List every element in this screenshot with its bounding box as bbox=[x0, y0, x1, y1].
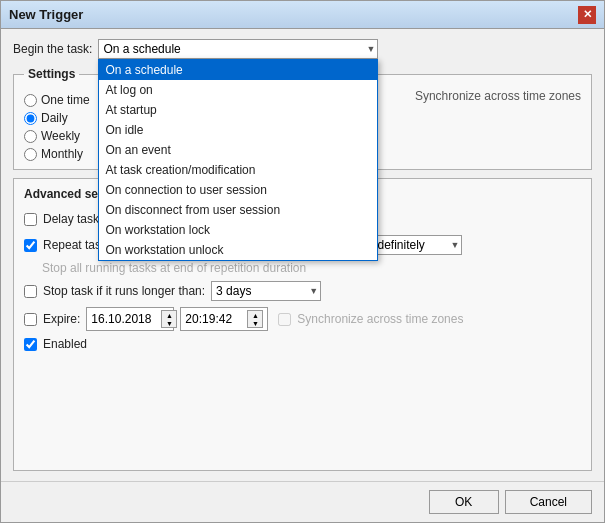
close-button[interactable]: ✕ bbox=[578, 6, 596, 24]
daily-row: Daily bbox=[24, 111, 90, 125]
dropdown-option-workstation-unlock[interactable]: On workstation unlock bbox=[99, 240, 377, 260]
one-time-label: One time bbox=[41, 93, 90, 107]
settings-legend: Settings bbox=[24, 67, 79, 81]
one-time-radio[interactable] bbox=[24, 94, 37, 107]
daily-label: Daily bbox=[41, 111, 68, 125]
sync-expire-label: Synchronize across time zones bbox=[297, 312, 463, 326]
weekly-radio[interactable] bbox=[24, 130, 37, 143]
stop-longer-select-wrapper: 3 days ▼ bbox=[211, 281, 321, 301]
dropdown-option-disconnect[interactable]: On disconnect from user session bbox=[99, 200, 377, 220]
expire-time-wrapper: ▲ ▼ bbox=[180, 307, 268, 331]
date-spin-up[interactable]: ▲ bbox=[162, 311, 176, 319]
dropdown-option-connection[interactable]: On connection to user session bbox=[99, 180, 377, 200]
time-spin: ▲ ▼ bbox=[247, 310, 263, 328]
cancel-button[interactable]: Cancel bbox=[505, 490, 592, 514]
weekly-row: Weekly bbox=[24, 129, 90, 143]
stop-running-label: Stop all running tasks at end of repetit… bbox=[42, 261, 581, 275]
repeat-task-checkbox[interactable] bbox=[24, 239, 37, 252]
expire-date-input[interactable] bbox=[91, 312, 159, 326]
stop-longer-row: Stop task if it runs longer than: 3 days… bbox=[24, 281, 581, 301]
expire-row: Expire: ▲ ▼ ▲ ▼ Sync bbox=[24, 307, 581, 331]
begin-task-dropdown-wrapper: On a schedule ▼ On a schedule At log on … bbox=[98, 39, 378, 59]
begin-task-dropdown-menu: On a schedule At log on At startup On id… bbox=[98, 59, 378, 261]
stop-longer-checkbox[interactable] bbox=[24, 285, 37, 298]
daily-radio[interactable] bbox=[24, 112, 37, 125]
sync-expire-row: Synchronize across time zones bbox=[278, 312, 463, 326]
schedule-radio-group: One time Daily Weekly Monthly bbox=[24, 93, 90, 161]
dropdown-option-idle[interactable]: On idle bbox=[99, 120, 377, 140]
begin-task-label: Begin the task: bbox=[13, 42, 92, 56]
date-spin-down[interactable]: ▼ bbox=[162, 319, 176, 327]
time-spin-down[interactable]: ▼ bbox=[248, 319, 262, 327]
weekly-label: Weekly bbox=[41, 129, 80, 143]
begin-task-select[interactable]: On a schedule bbox=[98, 39, 378, 59]
expire-checkbox[interactable] bbox=[24, 313, 37, 326]
begin-task-row: Begin the task: On a schedule ▼ On a sch… bbox=[13, 39, 592, 59]
stop-longer-select[interactable]: 3 days bbox=[211, 281, 321, 301]
dialog-window: New Trigger ✕ Begin the task: On a sched… bbox=[0, 0, 605, 523]
monthly-radio[interactable] bbox=[24, 148, 37, 161]
window-title: New Trigger bbox=[9, 7, 83, 22]
dropdown-option-logon[interactable]: At log on bbox=[99, 80, 377, 100]
stop-longer-label: Stop task if it runs longer than: bbox=[43, 284, 205, 298]
delay-task-checkbox[interactable] bbox=[24, 213, 37, 226]
monthly-row: Monthly bbox=[24, 147, 90, 161]
enabled-row: Enabled bbox=[24, 337, 581, 351]
expire-label: Expire: bbox=[43, 312, 80, 326]
dropdown-option-workstation-lock[interactable]: On workstation lock bbox=[99, 220, 377, 240]
expire-time-input[interactable] bbox=[185, 312, 245, 326]
monthly-label: Monthly bbox=[41, 147, 83, 161]
dropdown-option-schedule[interactable]: On a schedule bbox=[99, 60, 377, 80]
enabled-label: Enabled bbox=[43, 337, 87, 351]
titlebar: New Trigger ✕ bbox=[1, 1, 604, 29]
dropdown-option-task-creation[interactable]: At task creation/modification bbox=[99, 160, 377, 180]
sync-expire-checkbox[interactable] bbox=[278, 313, 291, 326]
one-time-row: One time bbox=[24, 93, 90, 107]
dropdown-option-event[interactable]: On an event bbox=[99, 140, 377, 160]
expire-date-wrapper: ▲ ▼ bbox=[86, 307, 174, 331]
date-spin: ▲ ▼ bbox=[161, 310, 177, 328]
dropdown-option-startup[interactable]: At startup bbox=[99, 100, 377, 120]
ok-button[interactable]: OK bbox=[429, 490, 499, 514]
sync-timezones-label: Synchronize across time zones bbox=[415, 89, 581, 103]
time-spin-up[interactable]: ▲ bbox=[248, 311, 262, 319]
enabled-checkbox[interactable] bbox=[24, 338, 37, 351]
dialog-footer: OK Cancel bbox=[1, 481, 604, 522]
main-content: Begin the task: On a schedule ▼ On a sch… bbox=[1, 29, 604, 481]
